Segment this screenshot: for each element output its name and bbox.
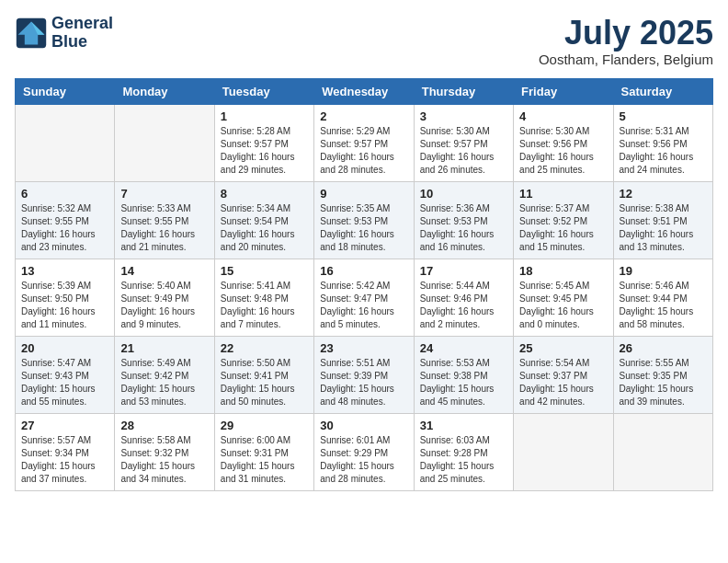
calendar-cell: 24Sunrise: 5:53 AM Sunset: 9:38 PM Dayli… bbox=[414, 336, 513, 413]
page-header: General Blue July 2025 Oostham, Flanders… bbox=[15, 15, 713, 67]
day-number: 8 bbox=[221, 187, 308, 201]
day-number: 21 bbox=[120, 341, 208, 355]
day-info: Sunrise: 5:57 AM Sunset: 9:34 PM Dayligh… bbox=[21, 434, 108, 486]
day-number: 12 bbox=[620, 187, 707, 201]
day-number: 14 bbox=[120, 264, 208, 278]
title-block: July 2025 Oostham, Flanders, Belgium bbox=[539, 15, 713, 67]
calendar-cell: 22Sunrise: 5:50 AM Sunset: 9:41 PM Dayli… bbox=[214, 336, 313, 413]
day-number: 16 bbox=[320, 264, 407, 278]
calendar-cell: 1Sunrise: 5:28 AM Sunset: 9:57 PM Daylig… bbox=[214, 104, 313, 181]
calendar-cell bbox=[16, 104, 115, 181]
day-number: 19 bbox=[620, 264, 707, 278]
day-info: Sunrise: 5:32 AM Sunset: 9:55 PM Dayligh… bbox=[21, 202, 108, 254]
calendar-cell: 5Sunrise: 5:31 AM Sunset: 9:56 PM Daylig… bbox=[613, 104, 712, 181]
calendar-cell: 28Sunrise: 5:58 AM Sunset: 9:32 PM Dayli… bbox=[115, 413, 214, 490]
day-info: Sunrise: 5:37 AM Sunset: 9:52 PM Dayligh… bbox=[519, 202, 607, 254]
calendar-cell: 19Sunrise: 5:46 AM Sunset: 9:44 PM Dayli… bbox=[613, 259, 712, 336]
weekday-header-thursday: Thursday bbox=[414, 78, 513, 104]
calendar-week-3: 13Sunrise: 5:39 AM Sunset: 9:50 PM Dayli… bbox=[16, 259, 713, 336]
calendar-cell: 8Sunrise: 5:34 AM Sunset: 9:54 PM Daylig… bbox=[214, 181, 313, 259]
day-number: 28 bbox=[120, 419, 208, 432]
day-number: 11 bbox=[519, 187, 607, 201]
calendar-week-4: 20Sunrise: 5:47 AM Sunset: 9:43 PM Dayli… bbox=[16, 336, 713, 413]
day-number: 17 bbox=[420, 264, 507, 278]
calendar-table: SundayMondayTuesdayWednesdayThursdayFrid… bbox=[15, 78, 713, 491]
day-info: Sunrise: 5:29 AM Sunset: 9:57 PM Dayligh… bbox=[320, 125, 407, 177]
day-info: Sunrise: 5:51 AM Sunset: 9:39 PM Dayligh… bbox=[320, 357, 407, 408]
month-title: July 2025 bbox=[539, 15, 713, 52]
calendar-cell: 20Sunrise: 5:47 AM Sunset: 9:43 PM Dayli… bbox=[16, 336, 115, 413]
day-info: Sunrise: 5:45 AM Sunset: 9:45 PM Dayligh… bbox=[519, 280, 607, 331]
calendar-cell: 16Sunrise: 5:42 AM Sunset: 9:47 PM Dayli… bbox=[314, 259, 414, 336]
calendar-cell: 14Sunrise: 5:40 AM Sunset: 9:49 PM Dayli… bbox=[115, 259, 214, 336]
day-number: 3 bbox=[420, 109, 507, 123]
calendar-cell: 21Sunrise: 5:49 AM Sunset: 9:42 PM Dayli… bbox=[115, 336, 214, 413]
day-number: 31 bbox=[420, 419, 507, 432]
day-info: Sunrise: 5:39 AM Sunset: 9:50 PM Dayligh… bbox=[21, 280, 108, 331]
day-number: 9 bbox=[320, 187, 407, 201]
calendar-cell: 12Sunrise: 5:38 AM Sunset: 9:51 PM Dayli… bbox=[613, 181, 712, 259]
day-number: 29 bbox=[221, 419, 308, 432]
day-number: 24 bbox=[420, 341, 507, 355]
day-number: 18 bbox=[519, 264, 607, 278]
day-number: 26 bbox=[620, 341, 707, 355]
day-number: 20 bbox=[21, 341, 108, 355]
day-number: 23 bbox=[320, 341, 407, 355]
day-number: 2 bbox=[320, 109, 407, 123]
logo-icon bbox=[15, 17, 48, 50]
location: Oostham, Flanders, Belgium bbox=[539, 52, 713, 67]
calendar-cell: 6Sunrise: 5:32 AM Sunset: 9:55 PM Daylig… bbox=[16, 181, 115, 259]
calendar-week-2: 6Sunrise: 5:32 AM Sunset: 9:55 PM Daylig… bbox=[16, 181, 713, 259]
calendar-cell: 2Sunrise: 5:29 AM Sunset: 9:57 PM Daylig… bbox=[314, 104, 414, 181]
day-info: Sunrise: 5:53 AM Sunset: 9:38 PM Dayligh… bbox=[420, 357, 507, 408]
day-info: Sunrise: 6:01 AM Sunset: 9:29 PM Dayligh… bbox=[320, 434, 407, 486]
logo: General Blue bbox=[15, 15, 113, 52]
calendar-cell: 30Sunrise: 6:01 AM Sunset: 9:29 PM Dayli… bbox=[314, 413, 414, 490]
day-info: Sunrise: 5:44 AM Sunset: 9:46 PM Dayligh… bbox=[420, 280, 507, 331]
day-info: Sunrise: 5:35 AM Sunset: 9:53 PM Dayligh… bbox=[320, 202, 407, 254]
calendar-cell: 10Sunrise: 5:36 AM Sunset: 9:53 PM Dayli… bbox=[414, 181, 513, 259]
weekday-header-wednesday: Wednesday bbox=[314, 78, 414, 104]
weekday-header-friday: Friday bbox=[514, 78, 613, 104]
day-info: Sunrise: 5:40 AM Sunset: 9:49 PM Dayligh… bbox=[120, 280, 208, 331]
weekday-header-sunday: Sunday bbox=[16, 78, 115, 104]
day-info: Sunrise: 5:55 AM Sunset: 9:35 PM Dayligh… bbox=[620, 357, 707, 408]
day-info: Sunrise: 5:54 AM Sunset: 9:37 PM Dayligh… bbox=[519, 357, 607, 408]
day-number: 25 bbox=[519, 341, 607, 355]
day-info: Sunrise: 5:31 AM Sunset: 9:56 PM Dayligh… bbox=[620, 125, 707, 177]
day-number: 30 bbox=[320, 419, 407, 432]
calendar-cell: 3Sunrise: 5:30 AM Sunset: 9:57 PM Daylig… bbox=[414, 104, 513, 181]
weekday-header-row: SundayMondayTuesdayWednesdayThursdayFrid… bbox=[16, 78, 713, 104]
calendar-cell: 26Sunrise: 5:55 AM Sunset: 9:35 PM Dayli… bbox=[613, 336, 712, 413]
calendar-cell: 29Sunrise: 6:00 AM Sunset: 9:31 PM Dayli… bbox=[214, 413, 313, 490]
day-number: 7 bbox=[120, 187, 208, 201]
day-info: Sunrise: 5:28 AM Sunset: 9:57 PM Dayligh… bbox=[221, 125, 308, 177]
day-number: 27 bbox=[21, 419, 108, 432]
calendar-cell: 9Sunrise: 5:35 AM Sunset: 9:53 PM Daylig… bbox=[314, 181, 414, 259]
calendar-cell: 27Sunrise: 5:57 AM Sunset: 9:34 PM Dayli… bbox=[16, 413, 115, 490]
calendar-cell: 17Sunrise: 5:44 AM Sunset: 9:46 PM Dayli… bbox=[414, 259, 513, 336]
day-info: Sunrise: 5:49 AM Sunset: 9:42 PM Dayligh… bbox=[120, 357, 208, 408]
calendar-cell: 11Sunrise: 5:37 AM Sunset: 9:52 PM Dayli… bbox=[514, 181, 613, 259]
calendar-cell: 25Sunrise: 5:54 AM Sunset: 9:37 PM Dayli… bbox=[514, 336, 613, 413]
calendar-cell: 18Sunrise: 5:45 AM Sunset: 9:45 PM Dayli… bbox=[514, 259, 613, 336]
day-info: Sunrise: 5:46 AM Sunset: 9:44 PM Dayligh… bbox=[620, 280, 707, 331]
day-info: Sunrise: 5:34 AM Sunset: 9:54 PM Dayligh… bbox=[221, 202, 308, 254]
day-info: Sunrise: 6:00 AM Sunset: 9:31 PM Dayligh… bbox=[221, 434, 308, 486]
calendar-cell: 15Sunrise: 5:41 AM Sunset: 9:48 PM Dayli… bbox=[214, 259, 313, 336]
day-number: 15 bbox=[221, 264, 308, 278]
calendar-cell: 31Sunrise: 6:03 AM Sunset: 9:28 PM Dayli… bbox=[414, 413, 513, 490]
day-number: 4 bbox=[519, 109, 607, 123]
day-number: 6 bbox=[21, 187, 108, 201]
day-info: Sunrise: 5:30 AM Sunset: 9:57 PM Dayligh… bbox=[420, 125, 507, 177]
day-info: Sunrise: 5:47 AM Sunset: 9:43 PM Dayligh… bbox=[21, 357, 108, 408]
day-number: 1 bbox=[221, 109, 308, 123]
day-info: Sunrise: 6:03 AM Sunset: 9:28 PM Dayligh… bbox=[420, 434, 507, 486]
calendar-week-1: 1Sunrise: 5:28 AM Sunset: 9:57 PM Daylig… bbox=[16, 104, 713, 181]
calendar-cell bbox=[115, 104, 214, 181]
weekday-header-tuesday: Tuesday bbox=[214, 78, 313, 104]
day-info: Sunrise: 5:38 AM Sunset: 9:51 PM Dayligh… bbox=[620, 202, 707, 254]
weekday-header-saturday: Saturday bbox=[613, 78, 712, 104]
calendar-cell: 23Sunrise: 5:51 AM Sunset: 9:39 PM Dayli… bbox=[314, 336, 414, 413]
day-number: 13 bbox=[21, 264, 108, 278]
